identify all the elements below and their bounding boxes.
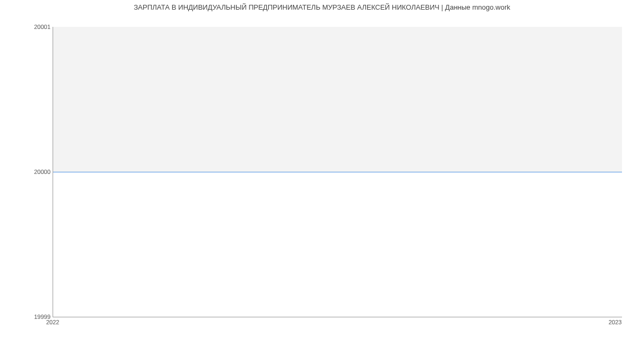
x-tick-label: 2022	[46, 319, 59, 325]
plot-area	[53, 27, 622, 317]
x-tick-label: 2023	[609, 319, 621, 325]
y-tick-label: 20001	[18, 24, 50, 30]
chart-container: ЗАРПЛАТА В ИНДИВИДУАЛЬНЫЙ ПРЕДПРИНИМАТЕЛ…	[0, 0, 644, 349]
y-tick-label: 19999	[18, 314, 50, 320]
area-series	[53, 27, 622, 172]
y-tick-label: 20000	[18, 169, 50, 175]
chart-title: ЗАРПЛАТА В ИНДИВИДУАЛЬНЫЙ ПРЕДПРИНИМАТЕЛ…	[0, 3, 644, 11]
